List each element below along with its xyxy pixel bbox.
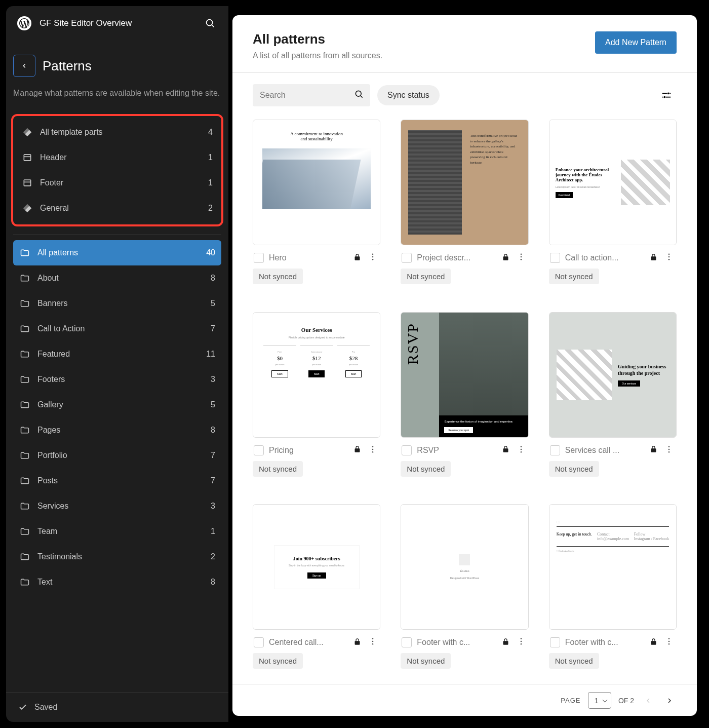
- lock-icon: [650, 253, 657, 263]
- select-checkbox[interactable]: [402, 637, 412, 647]
- pattern-card: Join 900+ subscribersStay in the loop wi…: [253, 504, 380, 684]
- select-checkbox[interactable]: [254, 445, 264, 455]
- svg-point-25: [520, 448, 522, 450]
- pattern-title: Centered call...: [269, 638, 348, 647]
- nav-count: 1: [208, 153, 213, 162]
- select-checkbox[interactable]: [402, 445, 412, 455]
- sync-status-filter[interactable]: Sync status: [377, 85, 440, 105]
- view-options-button[interactable]: [659, 88, 674, 102]
- nav-count: 7: [211, 324, 215, 333]
- select-checkbox[interactable]: [254, 253, 264, 263]
- svg-point-28: [668, 448, 670, 450]
- folder-icon: [19, 501, 30, 512]
- more-actions-button[interactable]: [366, 445, 379, 456]
- sync-badge: Not synced: [549, 269, 599, 284]
- more-actions-button[interactable]: [366, 637, 379, 648]
- pattern-thumbnail[interactable]: ⬚Keep up, get in touch.Contactinfo@examp…: [549, 504, 677, 630]
- sync-badge: Not synced: [401, 653, 451, 669]
- select-checkbox[interactable]: [254, 637, 264, 647]
- check-icon: [18, 703, 27, 712]
- pattern-thumbnail[interactable]: A commitment to innovationand sustainabi…: [253, 120, 380, 245]
- more-actions-button[interactable]: [662, 637, 676, 648]
- svg-point-12: [372, 253, 374, 255]
- category-item[interactable]: Team1: [13, 519, 221, 544]
- site-title: GF Site Editor Overview: [40, 18, 132, 28]
- category-item[interactable]: Footers3: [13, 367, 221, 392]
- lock-icon: [353, 253, 361, 263]
- pattern-card: RSVPExperience the fusion of imagination…: [401, 312, 528, 492]
- category-item[interactable]: Portfolio7: [13, 443, 221, 468]
- layout-icon: [22, 177, 33, 188]
- category-item[interactable]: Call to Action7: [13, 316, 221, 341]
- more-actions-button[interactable]: [515, 252, 528, 263]
- svg-point-31: [372, 641, 374, 642]
- lock-icon: [353, 638, 361, 647]
- pattern-thumbnail[interactable]: Guiding your business through the projec…: [549, 312, 677, 438]
- pattern-thumbnail[interactable]: Enhance your architectural journey with …: [549, 120, 677, 245]
- nav-count: 40: [206, 248, 215, 257]
- svg-line-7: [361, 96, 363, 98]
- template-part-item[interactable]: Footer1: [16, 170, 219, 196]
- diamond-icon: [22, 127, 33, 138]
- category-item[interactable]: All patterns40: [13, 240, 221, 265]
- category-item[interactable]: Testimonials2: [13, 544, 221, 569]
- nav-label: Call to Action: [37, 324, 85, 333]
- category-item[interactable]: Featured11: [13, 341, 221, 367]
- svg-point-33: [520, 638, 522, 640]
- nav-count: 8: [211, 578, 215, 587]
- folder-icon: [19, 551, 30, 562]
- svg-point-6: [356, 91, 361, 96]
- svg-point-23: [372, 451, 374, 453]
- pattern-thumbnail[interactable]: Our ServicesFlexible pricing options des…: [253, 312, 380, 438]
- sync-badge: Not synced: [549, 653, 599, 669]
- page-next-button[interactable]: [662, 694, 677, 708]
- nav-label: Pages: [37, 426, 60, 435]
- folder-icon: [19, 323, 30, 334]
- more-actions-button[interactable]: [515, 637, 528, 648]
- add-new-pattern-button[interactable]: Add New Pattern: [595, 31, 677, 54]
- page-select[interactable]: 1: [588, 692, 611, 709]
- sidebar-divider: [13, 235, 221, 235]
- brand[interactable]: GF Site Editor Overview: [17, 16, 132, 30]
- select-checkbox[interactable]: [550, 253, 560, 263]
- select-checkbox[interactable]: [550, 445, 560, 455]
- folder-icon: [19, 298, 30, 309]
- back-button[interactable]: [13, 55, 35, 77]
- more-actions-button[interactable]: [366, 252, 379, 263]
- template-parts-group: All template parts4Header1Footer1General…: [11, 114, 223, 226]
- category-item[interactable]: Gallery5: [13, 392, 221, 417]
- more-actions-button[interactable]: [515, 445, 528, 456]
- lock-icon: [650, 445, 657, 455]
- pattern-thumbnail[interactable]: ÉtudesDesigned with WordPress: [401, 504, 528, 630]
- chevron-left-icon: [21, 62, 28, 69]
- more-actions-button[interactable]: [662, 445, 676, 456]
- pattern-thumbnail[interactable]: RSVPExperience the fusion of imagination…: [401, 312, 528, 438]
- svg-point-20: [668, 259, 670, 260]
- nav-count: 5: [211, 400, 215, 409]
- pattern-thumbnail[interactable]: This transformative project seeks to enh…: [401, 120, 528, 245]
- svg-point-18: [668, 253, 670, 255]
- global-search-button[interactable]: [203, 16, 217, 30]
- category-item[interactable]: Text8: [13, 569, 221, 595]
- more-actions-button[interactable]: [662, 252, 676, 263]
- sidebar: GF Site Editor Overview Patterns Manage …: [6, 6, 228, 722]
- select-checkbox[interactable]: [402, 253, 412, 263]
- nav-label: Header: [40, 153, 66, 162]
- category-item[interactable]: Posts7: [13, 468, 221, 493]
- category-item[interactable]: About8: [13, 265, 221, 291]
- nav-count: 5: [211, 299, 215, 308]
- template-part-item[interactable]: General2: [16, 196, 219, 221]
- pattern-title: Project descr...: [417, 253, 496, 262]
- select-checkbox[interactable]: [550, 637, 560, 647]
- nav-label: Featured: [37, 350, 70, 359]
- template-part-item[interactable]: Header1: [16, 145, 219, 170]
- category-item[interactable]: Pages8: [13, 417, 221, 443]
- sidebar-footer: Saved: [6, 692, 228, 722]
- category-item[interactable]: Services3: [13, 493, 221, 519]
- nav-count: 8: [211, 274, 215, 283]
- pattern-thumbnail[interactable]: Join 900+ subscribersStay in the loop wi…: [253, 504, 380, 630]
- category-item[interactable]: Banners5: [13, 291, 221, 316]
- page-prev-button[interactable]: [641, 694, 655, 708]
- search-input[interactable]: [253, 84, 370, 106]
- template-part-item[interactable]: All template parts4: [16, 120, 219, 145]
